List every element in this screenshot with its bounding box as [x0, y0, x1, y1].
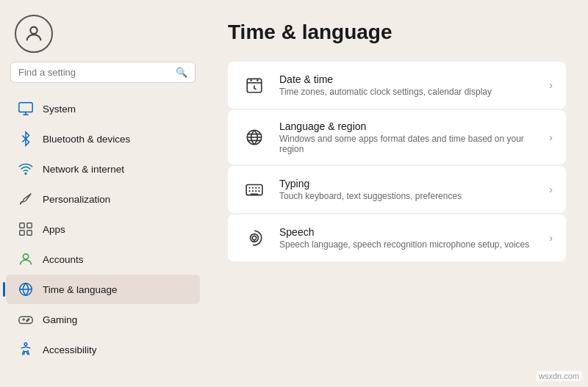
- watermark: wsxdn.com: [536, 371, 582, 381]
- sidebar-item-accounts[interactable]: Accounts: [6, 245, 200, 274]
- sidebar-item-time-label: Time & language: [43, 284, 118, 295]
- sidebar-item-bluetooth[interactable]: Bluetooth & devices: [6, 124, 200, 153]
- sidebar-item-accessibility-label: Accessibility: [43, 344, 97, 355]
- setting-text-speech: Speech Speech language, speech recogniti…: [279, 226, 529, 250]
- monitor-icon: [18, 101, 34, 117]
- svg-rect-9: [19, 317, 32, 323]
- sidebar-item-apps[interactable]: Apps: [6, 214, 200, 244]
- svg-rect-5: [20, 231, 24, 235]
- sidebar-item-time[interactable]: Time & language: [6, 275, 200, 304]
- setting-name-typing: Typing: [279, 178, 462, 189]
- sidebar-item-system-label: System: [43, 104, 76, 115]
- clock-icon: [241, 72, 268, 98]
- svg-point-12: [24, 343, 27, 346]
- svg-point-2: [25, 173, 26, 175]
- sidebar-item-gaming[interactable]: Gaming: [6, 305, 200, 334]
- search-icon: 🔍: [176, 67, 187, 78]
- sidebar-item-accessibility[interactable]: Accessibility: [6, 335, 200, 364]
- settings-list: Date & time Time zones, automatic clock …: [228, 62, 566, 261]
- setting-name-language: Language & region: [279, 120, 549, 132]
- svg-point-7: [23, 254, 28, 259]
- svg-point-0: [30, 27, 37, 34]
- setting-text-typing: Typing Touch keyboard, text suggestions,…: [279, 178, 462, 201]
- setting-item-speech[interactable]: Speech Speech language, speech recogniti…: [228, 214, 566, 261]
- language-icon: [241, 124, 268, 151]
- accounts-icon: [18, 251, 34, 267]
- page-title: Time & language: [228, 21, 566, 44]
- speech-icon: [241, 225, 268, 251]
- sidebar-item-gaming-label: Gaming: [43, 314, 77, 325]
- avatar-area: [0, 0, 206, 62]
- bluetooth-icon: [18, 131, 34, 147]
- setting-name-speech: Speech: [279, 226, 529, 238]
- chevron-right-icon: ›: [549, 184, 553, 195]
- svg-point-11: [26, 320, 28, 322]
- brush-icon: [18, 191, 34, 207]
- avatar: [15, 15, 53, 53]
- nav-list: System Bluetooth & devices Network & int…: [0, 90, 206, 387]
- person-icon: [24, 23, 44, 44]
- setting-item-datetime[interactable]: Date & time Time zones, automatic clock …: [228, 62, 566, 109]
- setting-item-typing[interactable]: Typing Touch keyboard, text suggestions,…: [228, 166, 566, 213]
- svg-rect-6: [27, 231, 32, 235]
- setting-desc-typing: Touch keyboard, text suggestions, prefer…: [279, 191, 462, 201]
- sidebar-item-network-label: Network & internet: [43, 164, 124, 175]
- chevron-right-icon: ›: [549, 232, 553, 244]
- svg-point-10: [28, 319, 29, 320]
- svg-rect-3: [20, 223, 24, 228]
- accessibility-icon: [18, 341, 34, 358]
- main-content: Time & language Date & time Time zones, …: [206, 0, 588, 387]
- search-box[interactable]: 🔍: [10, 62, 196, 83]
- svg-rect-1: [19, 103, 32, 112]
- sidebar-item-bluetooth-label: Bluetooth & devices: [43, 134, 130, 145]
- sidebar: 🔍 System Bluetooth & devices: [0, 0, 206, 387]
- sidebar-item-personalization-label: Personalization: [43, 194, 110, 205]
- setting-item-language[interactable]: Language & region Windows and some apps …: [228, 110, 566, 164]
- svg-point-14: [250, 79, 252, 82]
- svg-rect-4: [27, 223, 32, 228]
- setting-name-datetime: Date & time: [279, 73, 492, 85]
- sidebar-item-apps-label: Apps: [43, 224, 65, 235]
- sidebar-item-personalization[interactable]: Personalization: [6, 184, 200, 214]
- svg-point-19: [252, 236, 256, 239]
- sidebar-item-accounts-label: Accounts: [43, 254, 84, 265]
- setting-desc-datetime: Time zones, automatic clock settings, ca…: [279, 87, 492, 97]
- setting-desc-language: Windows and some apps format dates and t…: [279, 134, 549, 154]
- wifi-icon: [18, 161, 34, 177]
- apps-icon: [18, 221, 34, 237]
- setting-desc-speech: Speech language, speech recognition micr…: [279, 239, 529, 250]
- svg-point-15: [257, 79, 259, 82]
- gaming-icon: [18, 311, 34, 328]
- sidebar-item-system[interactable]: System: [6, 94, 200, 123]
- keyboard-icon: [241, 176, 268, 203]
- setting-text-language: Language & region Windows and some apps …: [279, 120, 549, 154]
- chevron-right-icon: ›: [549, 131, 553, 143]
- sidebar-item-network[interactable]: Network & internet: [6, 154, 200, 184]
- globe-icon: [18, 281, 34, 297]
- setting-text-datetime: Date & time Time zones, automatic clock …: [279, 73, 492, 97]
- search-input[interactable]: [18, 67, 176, 78]
- chevron-right-icon: ›: [549, 79, 553, 91]
